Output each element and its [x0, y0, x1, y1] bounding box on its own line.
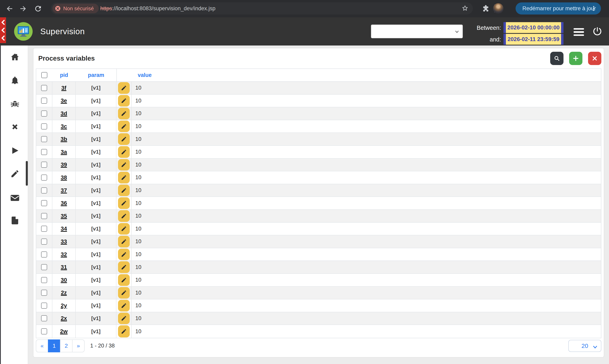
row-checkbox[interactable] — [41, 226, 47, 232]
edit-button[interactable] — [118, 95, 130, 107]
collapse-tabs[interactable] — [0, 17, 6, 43]
page-size-select[interactable]: 20 — [568, 340, 601, 352]
date-to-input[interactable]: 2026-02-11 23:59:59 — [503, 34, 564, 45]
pagination-page-2[interactable]: 2 — [60, 339, 72, 352]
row-checkbox[interactable] — [41, 277, 47, 283]
row-checkbox[interactable] — [41, 213, 47, 219]
pencil-icon — [121, 226, 127, 232]
pid-link[interactable]: 3e — [61, 97, 67, 104]
row-checkbox[interactable] — [41, 175, 47, 181]
row-checkbox[interactable] — [41, 98, 47, 104]
row-checkbox[interactable] — [41, 136, 47, 142]
edit-button[interactable] — [118, 146, 130, 158]
row-checkbox[interactable] — [41, 123, 47, 130]
pid-link[interactable]: 32 — [61, 251, 67, 258]
sidebar-item-home[interactable] — [1, 52, 29, 62]
row-checkbox[interactable] — [41, 328, 47, 334]
param-value: [v1] — [91, 149, 101, 155]
row-checkbox[interactable] — [41, 111, 47, 117]
row-checkbox[interactable] — [41, 264, 47, 270]
edit-button[interactable] — [118, 300, 130, 312]
add-button[interactable] — [569, 52, 583, 65]
back-icon[interactable] — [5, 4, 14, 13]
edit-button[interactable] — [118, 159, 130, 171]
profile-avatar[interactable] — [493, 3, 503, 14]
row-checkbox[interactable] — [41, 162, 47, 168]
select-all-checkbox[interactable] — [41, 72, 47, 78]
edit-button[interactable] — [118, 287, 130, 299]
sidebar-item-bugs[interactable] — [1, 99, 29, 109]
pid-link[interactable]: 39 — [61, 161, 67, 168]
sidebar-item-alerts[interactable] — [1, 76, 29, 85]
pid-link[interactable]: 34 — [61, 225, 67, 232]
menu-hamburger-icon[interactable] — [574, 28, 584, 38]
security-chip[interactable]: Non sécurisé — [52, 4, 99, 13]
bookmark-star-icon[interactable] — [461, 4, 469, 12]
pid-link[interactable]: 33 — [61, 238, 67, 245]
pid-link[interactable]: 2z — [61, 289, 67, 296]
forward-icon[interactable] — [19, 4, 27, 13]
kebab-menu-icon[interactable] — [590, 5, 597, 12]
row-checkbox[interactable] — [41, 251, 47, 258]
row-checkbox[interactable] — [41, 303, 47, 309]
edit-button[interactable] — [118, 313, 130, 324]
edit-button[interactable] — [118, 236, 130, 247]
edit-button[interactable] — [118, 197, 130, 209]
edit-button[interactable] — [118, 121, 130, 132]
power-icon[interactable] — [592, 26, 603, 37]
row-checkbox[interactable] — [41, 290, 47, 296]
edit-button[interactable] — [118, 108, 130, 119]
column-header-param[interactable]: param — [76, 69, 116, 81]
edit-button[interactable] — [118, 325, 130, 338]
process-select[interactable] — [371, 25, 463, 38]
sidebar-item-reports[interactable] — [1, 216, 29, 225]
pid-link[interactable]: 36 — [61, 200, 67, 206]
pid-link[interactable]: 3f — [61, 85, 66, 91]
extensions-icon[interactable] — [482, 4, 490, 13]
edit-button[interactable] — [118, 249, 130, 260]
sidebar-item-errors[interactable] — [1, 122, 29, 131]
edit-button[interactable] — [118, 133, 130, 145]
edit-button[interactable] — [118, 274, 130, 286]
pid-link[interactable]: 30 — [61, 277, 67, 283]
pagination-prev-button[interactable]: « — [36, 339, 48, 352]
column-header-value[interactable]: value — [116, 69, 601, 81]
date-from-input[interactable]: 2026-02-10 00:00:00 — [503, 22, 564, 33]
edit-button[interactable] — [118, 210, 130, 222]
row-checkbox[interactable] — [41, 85, 47, 91]
row-checkbox[interactable] — [41, 315, 47, 321]
pid-link[interactable]: 31 — [61, 264, 67, 270]
pagination-next-button[interactable]: » — [72, 339, 85, 352]
pencil-icon — [121, 149, 127, 155]
pid-link[interactable]: 3d — [61, 110, 67, 117]
edit-button[interactable] — [118, 172, 130, 183]
update-browser-button[interactable]: Redémarrer pour mettre à jour — [516, 2, 601, 14]
sidebar-scroll-indicator[interactable] — [26, 161, 28, 186]
pid-link[interactable]: 38 — [61, 174, 67, 181]
row-checkbox[interactable] — [41, 239, 47, 245]
row-checkbox[interactable] — [41, 149, 47, 155]
pid-link[interactable]: 3a — [61, 149, 67, 155]
pid-link[interactable]: 3c — [61, 123, 67, 130]
column-header-pid[interactable]: pid — [52, 69, 76, 81]
pid-link[interactable]: 37 — [61, 187, 67, 194]
edit-button[interactable] — [118, 223, 130, 235]
row-checkbox[interactable] — [41, 200, 47, 206]
row-checkbox[interactable] — [41, 187, 47, 194]
delete-button[interactable] — [588, 52, 601, 65]
pid-link[interactable]: 35 — [61, 213, 67, 219]
url-bar[interactable]: Non sécurisé https://localhost:8083/supe… — [51, 2, 473, 14]
edit-button[interactable] — [118, 185, 130, 196]
sidebar-item-edit[interactable] — [1, 169, 29, 178]
reload-icon[interactable] — [34, 4, 42, 13]
edit-button[interactable] — [118, 82, 130, 94]
pagination-page-1[interactable]: 1 — [48, 339, 60, 352]
pid-link[interactable]: 2y — [61, 302, 67, 309]
pid-link[interactable]: 2x — [61, 315, 67, 322]
edit-button[interactable] — [118, 261, 130, 273]
sidebar-item-run[interactable] — [1, 146, 29, 156]
pid-link[interactable]: 2w — [60, 328, 67, 335]
sidebar-item-mail[interactable] — [1, 193, 29, 203]
pid-link[interactable]: 3b — [61, 136, 67, 142]
search-button[interactable] — [550, 52, 564, 65]
